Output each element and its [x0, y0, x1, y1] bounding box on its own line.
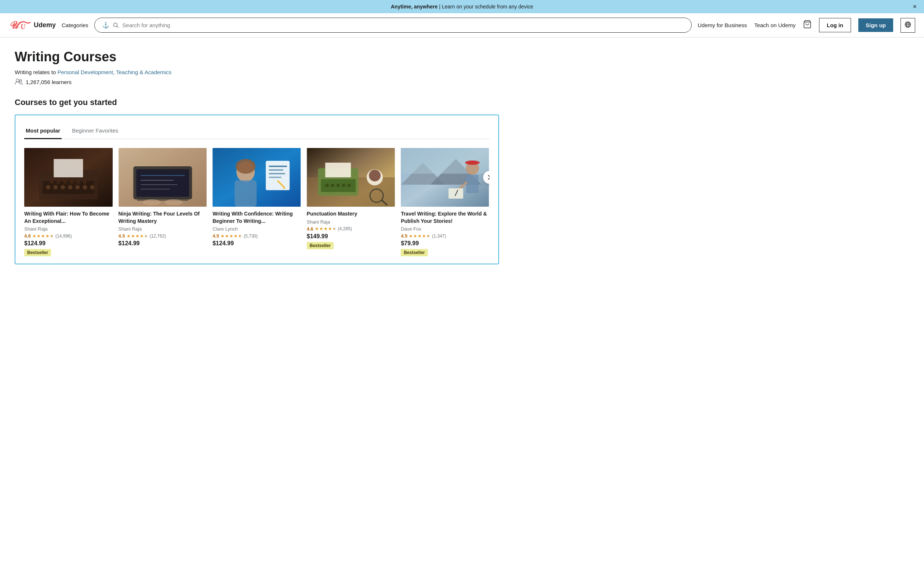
- course-title-1: Writing With Flair: How To Become An Exc…: [24, 211, 112, 225]
- bestseller-badge-1: Bestseller: [24, 249, 51, 256]
- review-count-4: (4,285): [338, 226, 352, 231]
- stars-5: ★★★★★★: [409, 233, 430, 239]
- svg-point-23: [63, 180, 67, 184]
- course-author-5: Dave Fox: [401, 226, 489, 232]
- svg-point-9: [16, 79, 19, 82]
- svg-rect-44: [266, 161, 290, 190]
- logo-text: Udemy: [34, 21, 56, 29]
- banner-text: Anytime, anywhere | Learn on your schedu…: [391, 4, 533, 9]
- svg-point-20: [90, 185, 94, 190]
- svg-point-14: [46, 185, 50, 190]
- subtitle: Writing relates to Personal Development,…: [15, 69, 499, 75]
- stars-3: ★★★★★★: [220, 233, 242, 239]
- svg-rect-43: [234, 180, 256, 207]
- rating-row-1: 4.6 ★★★★★★ (14,996): [24, 233, 112, 239]
- review-count-5: (1,347): [432, 233, 446, 239]
- rating-num-2: 4.5: [118, 233, 125, 239]
- search-icon: ⚓: [102, 22, 110, 29]
- stars-1: ★★★★★★: [32, 233, 54, 239]
- svg-rect-48: [268, 177, 282, 178]
- svg-point-42: [236, 159, 255, 174]
- svg-point-19: [82, 185, 87, 190]
- svg-line-2: [117, 26, 118, 27]
- review-count-3: (5,730): [244, 233, 258, 239]
- svg-rect-47: [268, 173, 285, 174]
- signup-button[interactable]: Sign up: [858, 18, 893, 32]
- close-banner-button[interactable]: ×: [913, 3, 916, 10]
- svg-point-15: [53, 185, 58, 190]
- svg-point-24: [70, 180, 74, 184]
- svg-rect-72: [466, 175, 479, 193]
- rating-num-5: 4.5: [401, 233, 407, 239]
- tab-beginner-favorites[interactable]: Beginner Favorites: [70, 123, 120, 139]
- section-title: Courses to get you started: [15, 98, 499, 107]
- svg-point-39: [164, 199, 183, 205]
- tabs: Most popular Beginner Favorites: [24, 123, 489, 139]
- rating-row-2: 4.5 ★★★★★★ (12,762): [118, 233, 207, 239]
- subtitle-links[interactable]: Personal Development, Teaching & Academi…: [57, 69, 171, 75]
- svg-point-62: [369, 170, 381, 181]
- rating-row-3: 4.5 ★★★★★★ (5,730): [213, 233, 301, 239]
- announcement-banner: Anytime, anywhere | Learn on your schedu…: [0, 0, 924, 13]
- review-count-2: (12,762): [150, 233, 166, 239]
- course-card-5[interactable]: Travel Writing: Explore the World & Publ…: [401, 148, 489, 256]
- course-thumb-5: [401, 148, 489, 207]
- course-author-3: Clare Lynch: [213, 226, 301, 232]
- courses-grid: Writing With Flair: How To Become An Exc…: [24, 148, 489, 256]
- svg-point-18: [75, 185, 80, 190]
- search-icon-svg: [113, 23, 119, 28]
- banner-normal: | Learn on your schedule from any device: [439, 4, 533, 9]
- nav-business[interactable]: Udemy for Business: [698, 22, 747, 28]
- svg-point-26: [83, 180, 87, 184]
- svg-point-38: [142, 199, 161, 205]
- svg-point-22: [57, 180, 60, 184]
- svg-point-57: [336, 183, 340, 187]
- course-thumb-2: [118, 148, 207, 207]
- price-2: $124.99: [118, 240, 207, 247]
- cart-icon[interactable]: [803, 20, 812, 31]
- course-author-4: Shani Raja: [307, 219, 395, 225]
- svg-point-21: [50, 180, 54, 184]
- course-title-3: Writing With Confidence: Writing Beginne…: [213, 211, 301, 225]
- price-4: $149.99: [307, 233, 395, 240]
- course-card-3[interactable]: Writing With Confidence: Writing Beginne…: [213, 148, 301, 256]
- course-thumb-1: [24, 148, 112, 207]
- rating-row-4: 4.6 ★★★★★★ (4,285): [307, 226, 395, 232]
- udemy-logo-icon: 𝒰: [9, 20, 18, 30]
- course-card-4[interactable]: Punctuation Mastery Shani Raja 4.6 ★★★★★…: [307, 148, 395, 256]
- rating-num-3: 4.5: [213, 233, 219, 239]
- svg-rect-60: [325, 162, 351, 177]
- svg-point-25: [76, 180, 80, 184]
- learners-count: 1,267,056 learners: [26, 79, 72, 85]
- courses-container: Most popular Beginner Favorites: [15, 114, 499, 264]
- logo[interactable]: 𝒰 U Udemy: [9, 20, 56, 31]
- login-button[interactable]: Log in: [819, 18, 851, 32]
- svg-point-17: [68, 185, 72, 190]
- search-input[interactable]: [123, 22, 684, 28]
- course-thumb-4: [307, 148, 395, 207]
- bestseller-badge-4: Bestseller: [307, 242, 334, 249]
- udemy-logo-svg: U: [20, 20, 32, 31]
- nav-links: Udemy for Business Teach on Udemy Log in…: [698, 18, 915, 33]
- course-author-2: Shani Raja: [118, 226, 207, 232]
- course-card-1[interactable]: Writing With Flair: How To Become An Exc…: [24, 148, 112, 256]
- svg-point-56: [331, 183, 334, 187]
- nav-teach[interactable]: Teach on Udemy: [754, 22, 796, 28]
- svg-rect-45: [268, 165, 287, 167]
- course-card-2[interactable]: Ninja Writing: The Four Levels Of Writin…: [118, 148, 207, 256]
- svg-point-10: [20, 80, 22, 82]
- course-title-4: Punctuation Mastery: [307, 211, 395, 218]
- review-count-1: (14,996): [56, 233, 72, 239]
- page-title: Writing Courses: [15, 49, 499, 65]
- svg-rect-46: [268, 169, 283, 171]
- categories-button[interactable]: Categories: [62, 22, 88, 28]
- language-button[interactable]: [900, 18, 915, 33]
- header: 𝒰 U Udemy Categories ⚓ Udemy for Busines…: [0, 13, 924, 38]
- svg-point-16: [60, 185, 65, 190]
- svg-rect-32: [136, 169, 189, 197]
- stars-4: ★★★★★★: [315, 226, 336, 231]
- stars-2: ★★★★★★: [127, 233, 148, 239]
- svg-text:U: U: [21, 23, 26, 30]
- main-content: Writing Courses Writing relates to Perso…: [0, 38, 514, 276]
- tab-most-popular[interactable]: Most popular: [24, 123, 62, 139]
